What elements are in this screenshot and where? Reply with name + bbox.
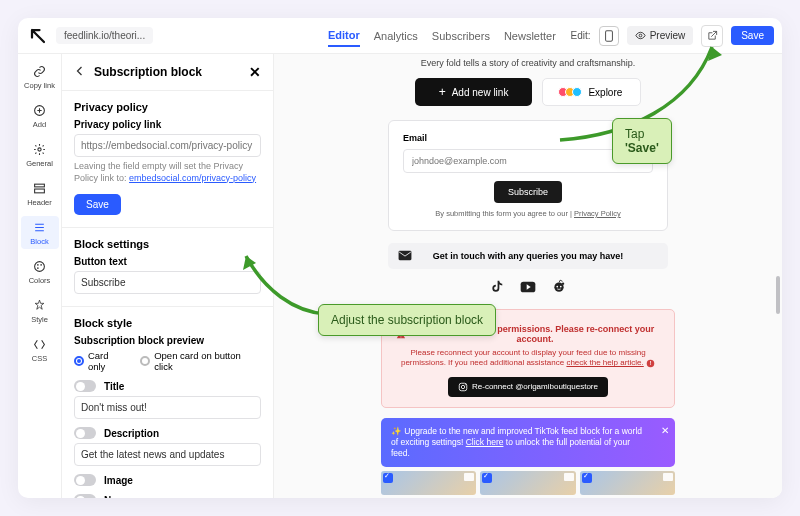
- rail-general[interactable]: General: [21, 138, 59, 171]
- block-panel: Subscription block ✕ Privacy policy Priv…: [62, 54, 274, 498]
- description-toggle[interactable]: [74, 427, 96, 439]
- feed-check-icon: [383, 473, 393, 483]
- button-text-label: Button text: [74, 256, 261, 267]
- subscribe-button[interactable]: Subscribe: [494, 181, 562, 203]
- preview-mode-label: Subscription block preview: [74, 335, 261, 346]
- settings-section-title: Block settings: [74, 238, 261, 250]
- svg-rect-5: [35, 189, 45, 193]
- svg-point-3: [38, 147, 41, 150]
- rail-css[interactable]: CSS: [21, 333, 59, 366]
- privacy-field-label: Privacy policy link: [74, 119, 261, 130]
- radio-open-on-click[interactable]: Open card on button click: [140, 350, 261, 372]
- button-text-input[interactable]: [74, 271, 261, 294]
- info-icon: !: [646, 359, 655, 368]
- rail-block[interactable]: Block: [21, 216, 59, 249]
- feed-check-icon: [482, 473, 492, 483]
- svg-point-14: [560, 286, 562, 288]
- feed-check-icon: [582, 473, 592, 483]
- title-toggle[interactable]: [74, 380, 96, 392]
- svg-rect-4: [35, 184, 45, 187]
- feed-tile[interactable]: [381, 471, 476, 495]
- privacy-helper: Leaving the field empty will set the Pri…: [74, 161, 261, 184]
- panel-header: Subscription block ✕: [62, 54, 273, 91]
- svg-point-8: [40, 264, 42, 266]
- edit-label: Edit:: [571, 30, 591, 41]
- svg-point-13: [556, 286, 558, 288]
- reddit-icon[interactable]: [552, 279, 566, 297]
- contact-bar[interactable]: Get in touch with any queries you may ha…: [388, 243, 668, 269]
- description-toggle-label: Description: [104, 428, 159, 439]
- left-rail: Copy link Add General Header Block Color…: [18, 54, 62, 498]
- youtube-icon[interactable]: [520, 279, 536, 297]
- privacy-link-input[interactable]: [74, 134, 261, 157]
- tagline: Every fold tells a story of creativity a…: [378, 58, 678, 68]
- svg-point-6: [35, 261, 45, 271]
- reconnect-button[interactable]: Re-connect @origamiboutiquestore: [448, 377, 608, 397]
- privacy-save-button[interactable]: Save: [74, 194, 121, 215]
- tab-newsletter[interactable]: Newsletter: [504, 26, 556, 46]
- device-toggle[interactable]: [599, 26, 619, 46]
- svg-point-21: [461, 385, 464, 388]
- svg-point-1: [639, 34, 642, 37]
- radio-card-only[interactable]: Card only: [74, 350, 128, 372]
- topbar: feedlink.io/theori... Editor Analytics S…: [18, 18, 782, 54]
- image-toggle[interactable]: [74, 474, 96, 486]
- title-input[interactable]: [74, 396, 261, 419]
- title-toggle-label: Title: [104, 381, 124, 392]
- svg-rect-10: [399, 250, 412, 259]
- rail-header[interactable]: Header: [21, 177, 59, 210]
- privacy-section-title: Privacy policy: [74, 101, 261, 113]
- rail-style[interactable]: Style: [21, 294, 59, 327]
- description-input[interactable]: [74, 443, 261, 466]
- svg-point-15: [562, 283, 564, 285]
- tab-subscribers[interactable]: Subscribers: [432, 26, 490, 46]
- panel-title: Subscription block: [94, 65, 202, 79]
- upgrade-link[interactable]: Click here: [466, 437, 504, 447]
- name-toggle[interactable]: [74, 494, 96, 498]
- callout-save: Tap 'Save': [612, 118, 672, 164]
- tiktok-icon[interactable]: [490, 279, 504, 297]
- feed-video-icon: [564, 473, 574, 481]
- privacy-helper-link[interactable]: embedsocial.com/privacy-policy: [129, 173, 256, 183]
- add-link-button[interactable]: +Add new link: [415, 78, 533, 106]
- rail-copy-link[interactable]: Copy link: [21, 60, 59, 93]
- style-section-title: Block style: [74, 317, 261, 329]
- name-toggle-label: Name: [104, 495, 131, 498]
- upgrade-banner: ✨ Upgrade to the new and improved TikTok…: [381, 418, 675, 467]
- top-tabs: Editor Analytics Subscribers Newsletter: [328, 18, 556, 54]
- svg-text:!: !: [650, 360, 652, 366]
- open-external-button[interactable]: [701, 25, 723, 47]
- form-privacy-link[interactable]: Privacy Policy: [574, 209, 621, 218]
- save-button[interactable]: Save: [731, 26, 774, 45]
- preview-button[interactable]: Preview: [627, 26, 694, 45]
- upgrade-close-icon[interactable]: ✕: [661, 424, 669, 437]
- svg-point-7: [37, 264, 39, 266]
- app-logo: [26, 24, 50, 48]
- instagram-icon: [458, 382, 468, 392]
- eye-icon: [635, 30, 646, 41]
- envelope-icon: [398, 250, 412, 263]
- svg-rect-17: [401, 336, 402, 337]
- callout-adjust: Adjust the subscription block: [318, 304, 496, 336]
- explore-button[interactable]: Explore: [542, 78, 641, 106]
- back-icon[interactable]: [74, 65, 86, 80]
- rail-add[interactable]: Add: [21, 99, 59, 132]
- external-link-icon: [707, 30, 718, 41]
- close-icon[interactable]: ✕: [249, 64, 261, 80]
- feed-tiles: [381, 471, 675, 495]
- rail-colors[interactable]: Colors: [21, 255, 59, 288]
- svg-rect-0: [605, 30, 612, 40]
- tab-analytics[interactable]: Analytics: [374, 26, 418, 46]
- tab-editor[interactable]: Editor: [328, 25, 360, 47]
- feed-tile[interactable]: [480, 471, 575, 495]
- scrollbar[interactable]: [776, 276, 780, 314]
- feed-video-icon: [464, 473, 474, 481]
- preview-canvas: Every fold tells a story of creativity a…: [274, 54, 782, 498]
- image-toggle-label: Image: [104, 475, 133, 486]
- feed-tile[interactable]: [580, 471, 675, 495]
- breadcrumb[interactable]: feedlink.io/theori...: [56, 27, 153, 44]
- social-dots-icon: [561, 87, 582, 97]
- preview-label: Preview: [650, 30, 686, 41]
- help-article-link[interactable]: check the help article.: [566, 358, 643, 367]
- social-row: [378, 279, 678, 297]
